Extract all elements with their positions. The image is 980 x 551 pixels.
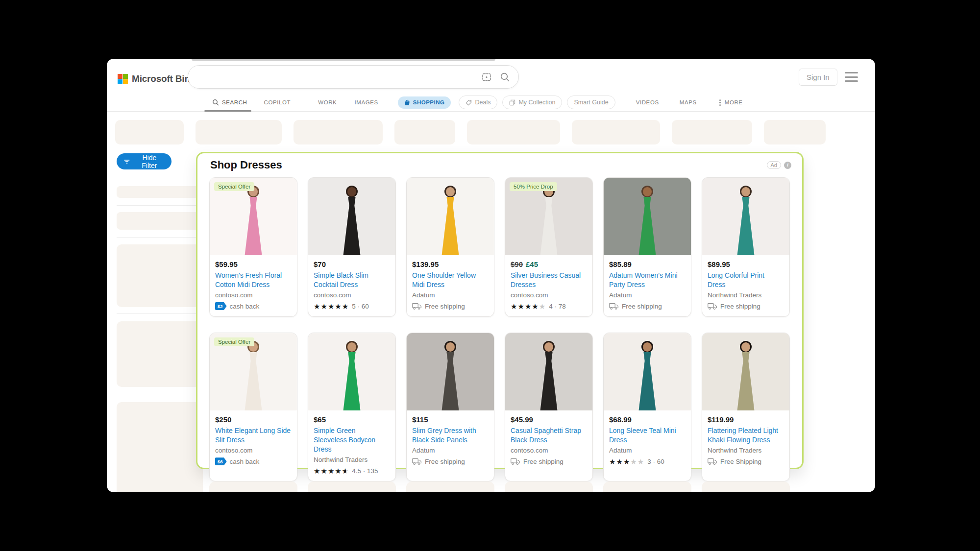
product-photo[interactable] [407, 178, 494, 255]
search-bar [188, 65, 519, 89]
product-price: $139.95 [412, 260, 489, 268]
cashback-tag: $6 [215, 457, 227, 465]
product-title-link[interactable]: Women's Fresh Floral Cotton Midi Dress [215, 271, 292, 289]
product-info: $250 White Elegant Long Side Slit Dress … [210, 410, 297, 472]
search-tab-icon [212, 99, 219, 106]
search-input[interactable] [188, 66, 481, 88]
skeleton-card [505, 481, 593, 492]
product-photo[interactable] [308, 333, 395, 410]
product-title-link[interactable]: Casual Spaghetti Strap Black Dress [511, 426, 587, 445]
camera-icon[interactable] [481, 71, 492, 83]
product-card[interactable]: $115 Slim Grey Dress with Black Side Pan… [406, 333, 494, 481]
dress-figure [428, 341, 472, 410]
product-title-link[interactable]: Silver Business Casual Dresses [511, 271, 587, 289]
product-card[interactable]: $45.99 Casual Spaghetti Strap Black Dres… [505, 333, 593, 481]
product-card[interactable]: $89.95 Long Colorful Print Dress Northwi… [702, 177, 790, 317]
tab-images[interactable]: IMAGES [354, 99, 378, 105]
product-photo[interactable]: Special Offer [210, 178, 297, 255]
product-card[interactable]: $119.99 Flattering Pleated Light Khaki F… [702, 333, 790, 481]
product-card[interactable]: $70 Simple Black Slim Cocktail Dress con… [308, 177, 396, 317]
skeleton-chip [394, 120, 455, 144]
tab-shopping[interactable]: SHOPPING [398, 96, 451, 109]
product-photo[interactable] [702, 178, 789, 255]
tab-maps[interactable]: MAPS [680, 99, 697, 105]
product-photo[interactable]: Special Offer [210, 333, 297, 410]
old-price: $90 [511, 260, 523, 268]
tab-search[interactable]: SEARCH [212, 99, 247, 106]
product-card[interactable]: $139.95 One Shoulder Yellow Midi Dress A… [406, 177, 494, 317]
product-info: $45.99 Casual Spaghetti Strap Black Dres… [505, 410, 592, 472]
search-icon[interactable] [499, 72, 511, 83]
product-info: $115 Slim Grey Dress with Black Side Pan… [407, 410, 494, 472]
cashback-row: $6 cash back [215, 457, 292, 466]
truck-icon [609, 303, 619, 310]
page-top-skeleton-bar [192, 59, 495, 61]
hide-filter-button[interactable]: Hide Filter [117, 153, 172, 169]
product-info: $70 Simple Black Slim Cocktail Dress con… [308, 255, 395, 316]
product-info: $85.89 Adatum Women’s Mini Party Dress A… [604, 255, 691, 316]
truck-icon [412, 458, 422, 465]
product-card[interactable]: Special Offer $250 White Elegant Long Si… [209, 333, 297, 481]
product-photo[interactable] [505, 333, 592, 410]
tab-work[interactable]: WORK [318, 99, 337, 105]
product-title-link[interactable]: Adatum Women’s Mini Party Dress [609, 271, 686, 289]
microsoft-bing-logo[interactable]: Microsoft Bing [118, 73, 196, 84]
product-title-link[interactable]: Long Sleeve Teal Mini Dress [609, 426, 686, 445]
tab-my-collection[interactable]: My Collection [502, 96, 562, 109]
menu-icon[interactable] [845, 72, 858, 82]
tab-deals[interactable]: Deals [459, 96, 497, 109]
product-title-link[interactable]: Simple Green Sleeveless Bodycon Dress [314, 426, 390, 454]
tab-more[interactable]: MORE [719, 99, 743, 106]
product-price: $89.95 [708, 260, 784, 268]
tab-smart-guide[interactable]: Smart Guide [567, 96, 615, 109]
product-photo[interactable]: 50% Price Drop [505, 178, 592, 255]
shipping-row: Free shipping [609, 302, 686, 311]
shipping-label: Free shipping [425, 458, 465, 465]
dress-figure [231, 186, 275, 255]
product-title-link[interactable]: Flattering Pleated Light Khaki Flowing D… [708, 426, 784, 445]
tab-copilot[interactable]: COPILOT [264, 99, 291, 105]
product-price: $68.99 [609, 415, 686, 424]
more-dots-icon [719, 99, 721, 106]
product-photo[interactable] [308, 178, 395, 255]
promo-badge: Special Offer [214, 182, 254, 191]
tab-videos[interactable]: VIDEOS [636, 99, 659, 105]
product-seller: Northwind Traders [314, 456, 390, 463]
product-card[interactable]: Special Offer $59.95 Women's Fresh Flora… [209, 177, 297, 317]
ad-badge: Ad [767, 161, 781, 169]
product-card[interactable]: $85.89 Adatum Women’s Mini Party Dress A… [603, 177, 691, 317]
dress-shape [333, 197, 370, 255]
dress-shape [333, 352, 370, 410]
product-title-link[interactable]: One Shoulder Yellow Midi Dress [412, 271, 489, 289]
product-title-link[interactable]: Slim Grey Dress with Black Side Panels [412, 426, 489, 445]
product-price: $115 [412, 415, 489, 424]
cashback-row: $2 cash back [215, 302, 292, 311]
shop-module-header: Shop Dresses Ad i [197, 153, 802, 176]
promo-badge: Special Offer [214, 337, 254, 346]
product-photo[interactable] [407, 333, 494, 410]
product-card[interactable]: $65 Simple Green Sleeveless Bodycon Dres… [308, 333, 396, 481]
rating-label: 3 · 60 [647, 458, 664, 465]
truck-icon [511, 458, 520, 465]
dress-shape [432, 197, 469, 255]
product-title-link[interactable]: Simple Black Slim Cocktail Dress [314, 271, 390, 289]
product-photo[interactable] [604, 333, 691, 410]
sign-in-button[interactable]: Sign In [799, 69, 837, 86]
info-icon[interactable]: i [784, 162, 791, 169]
product-seller: contoso.com [314, 291, 390, 299]
product-grid: Special Offer $59.95 Women's Fresh Flora… [197, 176, 802, 481]
skeleton-card [406, 481, 494, 492]
product-card[interactable]: $68.99 Long Sleeve Teal Mini Dress Adatu… [603, 333, 691, 481]
rating-row: ★★★★★★ 4.5 · 135 [314, 466, 390, 475]
product-info: $59.95 Women's Fresh Floral Cotton Midi … [210, 255, 297, 316]
skeleton-card [209, 481, 297, 492]
product-card[interactable]: 50% Price Drop $90 £45 Silver Business C… [505, 177, 593, 317]
product-photo[interactable] [604, 178, 691, 255]
dress-figure [231, 341, 275, 410]
product-price: $70 [314, 260, 390, 268]
shipping-label: Free Shipping [720, 458, 761, 465]
product-photo[interactable] [702, 333, 789, 410]
product-title-link[interactable]: Long Colorful Print Dress [708, 271, 784, 289]
shipping-label: Free shipping [425, 303, 465, 310]
product-title-link[interactable]: White Elegant Long Side Slit Dress [215, 426, 292, 445]
